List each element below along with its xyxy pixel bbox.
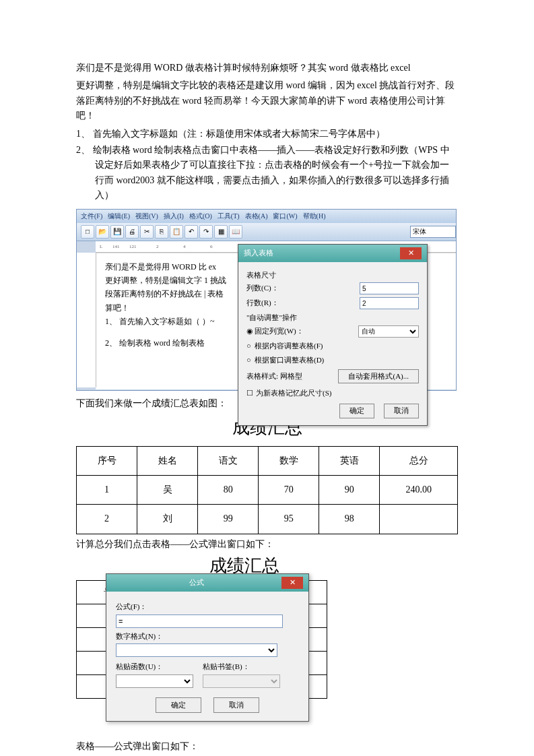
menu-format[interactable]: 格式(O): [189, 211, 212, 222]
undo-icon[interactable]: ↶: [185, 225, 198, 239]
table-row: 1 吴 80 70 90 240.00: [77, 475, 458, 504]
cut-icon[interactable]: ✂: [140, 225, 154, 239]
cell: 2: [77, 505, 137, 534]
menu-window[interactable]: 窗口(W): [273, 211, 297, 222]
menu-view[interactable]: 视图(V): [135, 211, 158, 222]
table-icon[interactable]: ▦: [214, 225, 228, 239]
col-header: 姓名: [137, 446, 198, 475]
redo-icon[interactable]: ↷: [199, 225, 213, 239]
close-icon[interactable]: ✕: [400, 247, 422, 259]
size-label: 表格尺寸: [246, 270, 419, 282]
table-header-row: 序号 姓名 语文 数学 英语 总分: [77, 446, 458, 475]
score-table: 序号 姓名 语文 数学 英语 总分 1 吴 80 70 90 240.00 2 …: [76, 446, 458, 534]
cell: 吴: [137, 475, 198, 504]
calc-caption: 计算总分我们点击表格——公式弹出窗口如下：: [76, 537, 458, 552]
formula-title: 公式: [112, 577, 281, 589]
read-icon[interactable]: 📖: [229, 225, 242, 239]
menu-file[interactable]: 文件(F): [81, 211, 102, 222]
intro-line-2: 更好调整，特别是编辑文字比较的表格还是建议用 word 编辑，因为 excel …: [76, 78, 458, 123]
menu-table[interactable]: 表格(A): [245, 211, 268, 222]
vertical-ruler: [77, 253, 96, 387]
menu-tools[interactable]: 工具(T): [218, 211, 240, 222]
radio-fixed[interactable]: 固定列宽(W)：: [255, 325, 358, 338]
cell: 98: [319, 505, 380, 534]
autofit-label: "自动调整"操作: [246, 312, 419, 324]
intro-line-1: 亲们是不是觉得用 WORD 做表格计算时候特别麻烦呀？其实 word 做表格比 …: [76, 61, 458, 75]
paste-bm-select[interactable]: [203, 674, 280, 688]
rows-label: 行数(R)：: [246, 297, 360, 309]
col-header: 语文: [198, 446, 259, 475]
formula-input[interactable]: [116, 615, 283, 628]
cols-input[interactable]: [360, 282, 419, 294]
numfmt-label: 数字格式(N)：: [116, 631, 299, 643]
style-label: 表格样式: 网格型: [246, 371, 333, 383]
open-icon[interactable]: 📂: [96, 225, 109, 239]
col-header: 英语: [319, 446, 380, 475]
menu-edit[interactable]: 编辑(E): [108, 211, 130, 222]
copy-icon[interactable]: ⎘: [155, 225, 168, 239]
radio-content[interactable]: 根据内容调整表格(F): [255, 340, 419, 352]
ok-button[interactable]: 确定: [156, 697, 201, 714]
font-box[interactable]: 宋体: [410, 226, 456, 238]
paste-bm-label: 粘贴书签(B)：: [203, 661, 280, 673]
numfmt-select[interactable]: [116, 643, 277, 657]
cell: 80: [198, 475, 259, 504]
remember-label: 为新表格记忆此尺寸(S): [256, 387, 331, 400]
cell: 99: [198, 505, 259, 534]
paste-fn-select[interactable]: [116, 674, 193, 688]
cell: [380, 505, 458, 534]
word-screenshot: 文件(F) 编辑(E) 视图(V) 插入(I) 格式(O) 工具(T) 表格(A…: [76, 209, 457, 391]
cancel-button[interactable]: 取消: [213, 697, 259, 714]
fixed-width-select[interactable]: 自动: [358, 325, 419, 338]
insert-table-dialog: 插入表格 ✕ 表格尺寸 列数(C)： 行数(R)： "自动调整"操作 ◉ 固定列…: [238, 244, 428, 426]
cell: 95: [259, 505, 319, 534]
behind-caption: 表格——公式弹出窗口如下：: [76, 739, 199, 754]
dialog-title-text: 插入表格: [244, 247, 273, 259]
save-icon[interactable]: 💾: [110, 225, 124, 239]
rows-input[interactable]: [360, 297, 419, 309]
radio-window[interactable]: 根据窗口调整表格(D): [255, 354, 419, 367]
list-item-1: 1、 首先输入文字标题如（注：标题使用宋体或者大标简宋二号字体居中）: [76, 127, 458, 141]
ok-button[interactable]: 确定: [339, 404, 374, 418]
col-header: 总分: [380, 446, 458, 475]
cell: 90: [319, 475, 380, 504]
formula-dialog: 公式 ✕ 公式(F)： 数字格式(N)： 粘贴函数(U)： 粘贴书签(B)： 确…: [106, 573, 309, 722]
cancel-button[interactable]: 取消: [384, 404, 419, 418]
menu-insert[interactable]: 插入(I): [164, 211, 184, 222]
cell: 70: [259, 475, 319, 504]
table-row: 2 刘 99 95 98: [77, 505, 458, 534]
formula-label: 公式(F)：: [116, 601, 299, 613]
cell: 240.00: [380, 475, 458, 504]
autoformat-button[interactable]: 自动套用格式(A)...: [338, 369, 419, 384]
close-icon[interactable]: ✕: [281, 577, 303, 589]
menubar: 文件(F) 编辑(E) 视图(V) 插入(I) 格式(O) 工具(T) 表格(A…: [77, 210, 456, 223]
toolbar-1: □ 📂 💾 🖨 ✂ ⎘ 📋 ↶ ↷ ▦ 📖 宋体: [77, 223, 456, 241]
col-header: 数学: [259, 446, 319, 475]
print-icon[interactable]: 🖨: [125, 225, 139, 239]
cell: 刘: [137, 505, 198, 534]
cols-label: 列数(C)：: [246, 282, 360, 294]
menu-help[interactable]: 帮助(H): [303, 211, 326, 222]
list-item-2: 2、 绘制表格 word 绘制表格点击窗口中表格——插入——表格设定好行数和列数…: [76, 143, 458, 203]
col-header: 序号: [77, 446, 137, 475]
new-icon[interactable]: □: [81, 225, 94, 239]
cell: 1: [77, 475, 137, 504]
paste-icon[interactable]: 📋: [170, 225, 183, 239]
checkbox-icon[interactable]: ☐: [246, 387, 253, 400]
paste-fn-label: 粘贴函数(U)：: [116, 661, 193, 673]
